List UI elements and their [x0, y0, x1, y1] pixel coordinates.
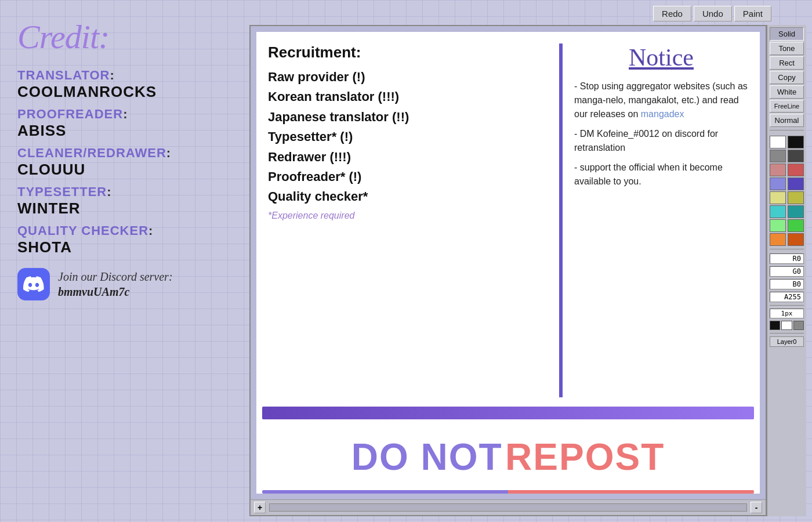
credit-title: Credit:: [17, 17, 226, 56]
color-yellow[interactable]: [770, 191, 786, 204]
paint-button[interactable]: Paint: [734, 6, 771, 21]
page-content: Recruitment: Raw provider (!) Korean tra…: [256, 32, 760, 403]
a-value-field[interactable]: A255: [770, 292, 804, 302]
g-value-field[interactable]: G0: [770, 266, 804, 277]
tool-solid[interactable]: Solid: [770, 27, 804, 41]
bottom-scrollbar-bar: + -: [251, 499, 766, 515]
tool-copy[interactable]: Copy: [770, 71, 804, 84]
cleaner-section: Cleaner/Redrawer: Clouuu: [17, 146, 226, 179]
left-panel: Credit: Translator: coolmanrocks Proofre…: [0, 0, 244, 522]
tool-normal[interactable]: Normal: [770, 114, 804, 127]
cleaner-role: Cleaner/Redrawer:: [17, 146, 226, 161]
notice-item-2: - support the official when it become av…: [574, 161, 748, 188]
notice-item-1: - DM Kofeine_#0012 on discord for retran…: [574, 127, 748, 155]
color-black[interactable]: [788, 136, 804, 148]
purple-divider-bar: [262, 407, 754, 419]
experience-note: *Experience required: [268, 211, 548, 221]
alt-color-swatch[interactable]: [793, 321, 804, 330]
tool-palette: Solid Tone Rect Copy White FreeLine Norm…: [767, 25, 806, 516]
discord-label: Join our Discord server:: [58, 270, 173, 283]
scroll-plus-button[interactable]: +: [254, 502, 266, 513]
proofreader-section: Proofreader: Abiss: [17, 107, 226, 140]
mini-color-pair: [770, 321, 804, 330]
canvas-container: Recruitment: Raw provider (!) Korean tra…: [249, 25, 767, 516]
manga-page: Recruitment: Raw provider (!) Korean tra…: [256, 32, 760, 494]
color-green[interactable]: [788, 219, 804, 232]
notice-text: - Stop using aggregator websites (such a…: [574, 79, 748, 188]
recruitment-item-1: Korean translator (!!!): [268, 89, 548, 104]
recruitment-item-0: Raw provider (!): [268, 70, 548, 85]
qc-name: Shota: [17, 238, 226, 256]
notice-item-0: - Stop using aggregator websites (such a…: [574, 79, 748, 121]
tool-freeline[interactable]: FreeLine: [770, 100, 804, 113]
color-white[interactable]: [770, 136, 786, 148]
color-teal[interactable]: [788, 205, 804, 218]
color-light-green[interactable]: [770, 219, 786, 232]
tool-white[interactable]: White: [770, 85, 804, 99]
recruitment-item-2: Japanese translator (!!): [268, 110, 548, 125]
toolbar: Redo Undo Paint: [249, 6, 806, 21]
typesetter-section: Typesetter: Winter: [17, 184, 226, 217]
recruitment-item-3: Typesetter* (!): [268, 129, 548, 144]
discord-logo-icon: [23, 274, 44, 295]
color-dark-yellow[interactable]: [788, 191, 804, 204]
main-area: Redo Undo Paint Recruitment: Raw provide…: [244, 0, 812, 522]
do-not-repost-section: DO NOT REPOST: [262, 425, 754, 484]
recruitment-item-5: Proofreader* (!): [268, 169, 548, 184]
palette-divider-1: [770, 130, 804, 130]
palette-divider-4: [770, 333, 804, 334]
scroll-minus-button[interactable]: -: [751, 502, 762, 513]
fg-color-swatch[interactable]: [770, 321, 780, 330]
canvas-wrapper: Recruitment: Raw provider (!) Korean tra…: [249, 25, 806, 516]
color-grid: [770, 136, 804, 246]
color-purple[interactable]: [788, 177, 804, 190]
discord-code: bmmvuUAm7c: [58, 285, 129, 298]
discord-icon[interactable]: [17, 268, 50, 300]
size-field[interactable]: 1px: [770, 309, 804, 318]
do-not-text: DO NOT: [351, 436, 503, 478]
notice-section: Notice - Stop using aggregator websites …: [574, 44, 748, 397]
color-dark-orange[interactable]: [788, 233, 804, 246]
b-value-field[interactable]: B0: [770, 279, 804, 289]
color-red[interactable]: [788, 164, 804, 176]
qc-role: Quality Checker:: [17, 223, 226, 238]
color-pink[interactable]: [770, 164, 786, 176]
proofreader-name: Abiss: [17, 122, 226, 140]
palette-divider-3: [770, 305, 804, 306]
layer-button[interactable]: Layer0: [770, 336, 804, 347]
tool-rect[interactable]: Rect: [770, 56, 804, 70]
notice-title: Notice: [574, 44, 748, 71]
do-not-repost-underline: [262, 490, 754, 494]
discord-box[interactable]: Join our Discord server: bmmvuUAm7c: [17, 268, 226, 300]
translator-name: coolmanrocks: [17, 83, 226, 101]
typesetter-name: Winter: [17, 200, 226, 217]
palette-divider-2: [770, 249, 804, 249]
recruitment-title: Recruitment:: [268, 44, 548, 61]
translator-section: Translator: coolmanrocks: [17, 68, 226, 101]
bg-color-swatch[interactable]: [781, 321, 792, 330]
cleaner-name: Clouuu: [17, 161, 226, 179]
proofreader-role: Proofreader:: [17, 107, 226, 122]
undo-button[interactable]: Undo: [694, 6, 732, 21]
color-orange[interactable]: [770, 233, 786, 246]
recruitment-section: Recruitment: Raw provider (!) Korean tra…: [268, 44, 563, 397]
mangadex-link[interactable]: mangadex: [641, 109, 684, 119]
qc-section: Quality Checker: Shota: [17, 223, 226, 256]
recruitment-item-6: Quality checker*: [268, 189, 548, 204]
repost-text: REPOST: [505, 436, 665, 478]
color-light-purple[interactable]: [770, 177, 786, 190]
translator-role: Translator:: [17, 68, 226, 83]
recruitment-item-4: Redrawer (!!!): [268, 150, 548, 165]
color-dark-gray[interactable]: [788, 150, 804, 162]
color-cyan[interactable]: [770, 205, 786, 218]
discord-text: Join our Discord server: bmmvuUAm7c: [58, 269, 173, 299]
color-gray[interactable]: [770, 150, 786, 162]
typesetter-role: Typesetter:: [17, 184, 226, 200]
r-value-field[interactable]: R0: [770, 253, 804, 264]
horizontal-scrollbar[interactable]: [269, 503, 747, 512]
redo-button[interactable]: Redo: [653, 6, 691, 21]
tool-tone[interactable]: Tone: [770, 42, 804, 55]
